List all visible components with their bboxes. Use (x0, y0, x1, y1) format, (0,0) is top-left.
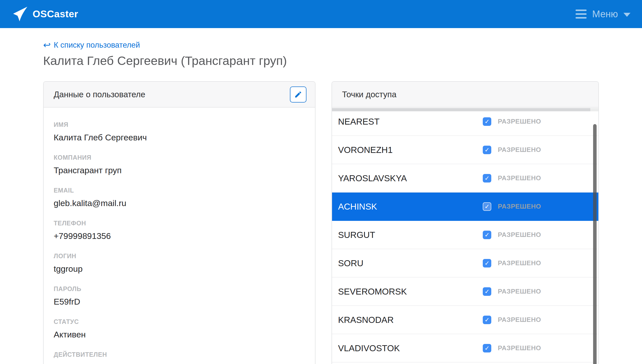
permission-group: РАЗРЕШЕНО (483, 231, 541, 239)
field-value: Калита Глеб Сергеевич (54, 133, 305, 142)
field-label: ДЕЙСТВИТЕЛЕН (54, 351, 305, 358)
cards-row: Данные о пользователе ИМЯ Калита Глеб Се… (43, 81, 642, 364)
back-to-users-link[interactable]: ↩ К списку пользователей (43, 41, 140, 50)
permission-label: РАЗРЕШЕНО (498, 118, 541, 125)
access-point-name: VLADIVOSTOK (338, 343, 400, 353)
field-value: E59frD (54, 297, 305, 307)
top-navbar: OSCaster Меню (0, 0, 642, 28)
menu-button[interactable]: Меню (576, 9, 630, 20)
access-point-name: VORONEZH1 (338, 145, 393, 155)
access-card-header: Точки доступа (332, 82, 598, 108)
hamburger-icon (576, 10, 587, 19)
field-password: ПАРОЛЬ E59frD (54, 285, 305, 307)
field-phone: ТЕЛЕФОН +79999891356 (54, 220, 305, 241)
access-point-name: YAROSLAVSKYA (338, 173, 407, 183)
field-label: ТЕЛЕФОН (54, 220, 305, 227)
permission-group: РАЗРЕШЕНО (483, 287, 541, 296)
access-point-name: ACHINSK (338, 202, 377, 212)
field-label: ПАРОЛЬ (54, 285, 305, 293)
field-label: ЛОГИН (54, 252, 305, 260)
back-link-label: К списку пользователей (54, 41, 140, 50)
allowed-checkbox[interactable] (483, 287, 491, 296)
field-label: ИМЯ (54, 121, 305, 128)
permission-label: РАЗРЕШЕНО (498, 174, 541, 182)
horizontal-scrollbar[interactable] (332, 108, 598, 111)
field-value: gleb.kalita@mail.ru (54, 198, 305, 208)
access-point-row[interactable]: SORU РАЗРЕШЕНО (332, 249, 598, 278)
edit-user-button[interactable] (290, 86, 306, 103)
permission-group: РАЗРЕШЕНО (483, 259, 541, 267)
field-value: tggroup (54, 264, 305, 274)
access-point-row[interactable]: SEVEROMORSK РАЗРЕШЕНО (332, 278, 598, 306)
access-point-row[interactable]: YAROSLAVSKYA РАЗРЕШЕНО (332, 164, 598, 193)
vertical-scrollbar-thumb[interactable] (593, 124, 597, 364)
brand-name: OSCaster (33, 9, 78, 20)
field-label: КОМПАНИЯ (54, 154, 305, 161)
access-point-name: SEVEROMORSK (338, 287, 407, 297)
permission-group: РАЗРЕШЕНО (483, 174, 541, 183)
access-point-name: NEAREST (338, 117, 379, 127)
field-valid-until: ДЕЙСТВИТЕЛЕН (54, 351, 305, 358)
chevron-down-icon (623, 13, 630, 17)
paper-plane-logo-icon (13, 6, 28, 22)
brand: OSCaster (13, 6, 78, 22)
permission-group: РАЗРЕШЕНО (483, 202, 541, 211)
field-value: Трансгарант груп (54, 165, 305, 175)
field-label: СТАТУС (54, 318, 305, 325)
access-point-row[interactable]: SURGUT РАЗРЕШЕНО (332, 221, 598, 249)
allowed-checkbox[interactable] (483, 174, 491, 183)
pencil-icon (294, 90, 302, 99)
allowed-checkbox[interactable] (483, 146, 491, 154)
access-points-card: Точки доступа NEAREST РАЗРЕШЕНО VORONEZH… (332, 81, 599, 364)
return-arrow-icon: ↩ (43, 41, 51, 50)
field-value: Активен (54, 330, 305, 339)
field-status: СТАТУС Активен (54, 318, 305, 339)
access-point-name: KRASNODAR (338, 315, 394, 325)
access-point-row[interactable]: VLADIVOSTOK РАЗРЕШЕНО (332, 334, 598, 362)
page-content: ↩ К списку пользователей Калита Глеб Сер… (0, 28, 642, 364)
field-email: EMAIL gleb.kalita@mail.ru (54, 187, 305, 208)
access-point-row[interactable]: NEAREST РАЗРЕШЕНО (332, 108, 598, 136)
access-points-list: NEAREST РАЗРЕШЕНО VORONEZH1 РАЗРЕШЕНО YA… (332, 108, 598, 362)
horizontal-scrollbar-thumb[interactable] (332, 108, 590, 111)
menu-label: Меню (592, 9, 618, 20)
allowed-checkbox[interactable] (483, 344, 491, 352)
permission-label: РАЗРЕШЕНО (498, 231, 541, 239)
access-point-row-selected[interactable]: ACHINSK РАЗРЕШЕНО (332, 193, 598, 221)
allowed-checkbox[interactable] (483, 117, 491, 126)
allowed-checkbox[interactable] (483, 231, 491, 239)
access-point-name: SURGUT (338, 230, 375, 240)
access-point-name: SORU (338, 258, 363, 268)
field-label: EMAIL (54, 187, 305, 194)
field-name: ИМЯ Калита Глеб Сергеевич (54, 121, 305, 142)
permission-group: РАЗРЕШЕНО (483, 344, 541, 352)
user-card-body: ИМЯ Калита Глеб Сергеевич КОМПАНИЯ Транс… (44, 108, 315, 358)
user-card-header: Данные о пользователе (44, 82, 315, 108)
access-card-title: Точки доступа (342, 90, 396, 99)
field-value: +79999891356 (54, 231, 305, 241)
permission-group: РАЗРЕШЕНО (483, 146, 541, 154)
permission-label: РАЗРЕШЕНО (498, 316, 541, 324)
permission-label: РАЗРЕШЕНО (498, 203, 541, 210)
user-card-title: Данные о пользователе (54, 90, 145, 99)
permission-label: РАЗРЕШЕНО (498, 288, 541, 295)
page-title: Калита Глеб Сергеевич (Трансгарант груп) (43, 54, 642, 68)
field-company: КОМПАНИЯ Трансгарант груп (54, 154, 305, 175)
allowed-checkbox[interactable] (483, 202, 491, 211)
field-login: ЛОГИН tggroup (54, 252, 305, 274)
access-point-row[interactable]: KRASNODAR РАЗРЕШЕНО (332, 306, 598, 334)
permission-group: РАЗРЕШЕНО (483, 117, 541, 126)
access-point-row[interactable]: VORONEZH1 РАЗРЕШЕНО (332, 136, 598, 164)
permission-group: РАЗРЕШЕНО (483, 316, 541, 324)
allowed-checkbox[interactable] (483, 259, 491, 267)
allowed-checkbox[interactable] (483, 316, 491, 324)
permission-label: РАЗРЕШЕНО (498, 259, 541, 267)
permission-label: РАЗРЕШЕНО (498, 344, 541, 352)
permission-label: РАЗРЕШЕНО (498, 146, 541, 154)
user-data-card: Данные о пользователе ИМЯ Калита Глеб Се… (43, 81, 315, 364)
